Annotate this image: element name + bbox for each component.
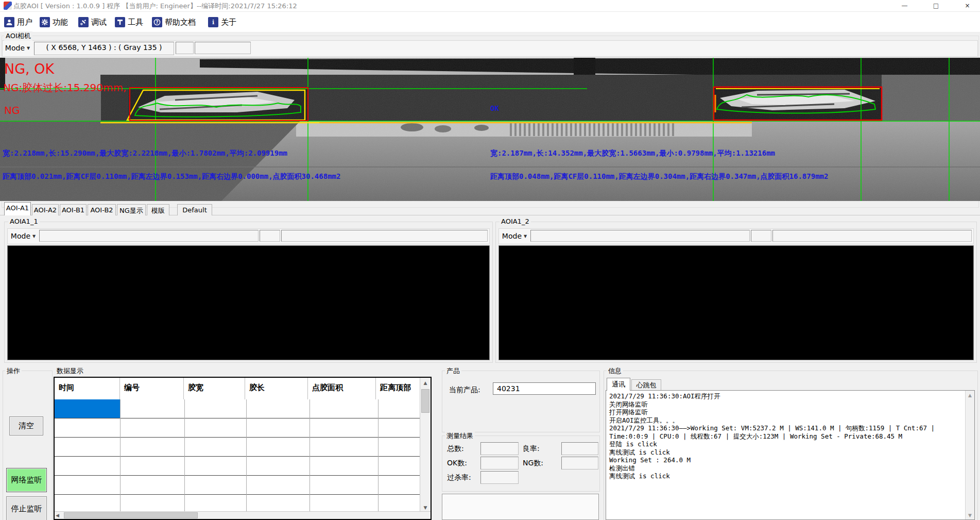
ok-count-field (480, 457, 519, 469)
toolbar-label: 调试 (91, 18, 107, 27)
camera-image-view[interactable]: NG, OK NG:胶体过长:15.290mm, NG OK 宽:2.218mm… (0, 58, 980, 201)
overkill-label: 过杀率: (447, 473, 471, 482)
toolbar-item-user[interactable]: 用户 (4, 15, 32, 29)
aoia1-1-image-panel[interactable] (7, 245, 490, 360)
column-header-top-dist[interactable]: 距离顶部 (376, 378, 419, 399)
column-divider (310, 399, 310, 512)
comm-log-panel[interactable]: 2021/7/29 11:36:30:AOI程序打开 关闭网络监听 打开网络监听… (606, 390, 975, 520)
aoia1-1-field-1 (39, 230, 259, 242)
mode-label: Mode (11, 232, 30, 240)
camera-group-label: AOI相机 (4, 31, 32, 41)
aoia1-2-field-1 (530, 230, 750, 242)
mode-label: Mode (5, 44, 25, 52)
column-header-time[interactable]: 时间 (55, 378, 120, 399)
table-vscrollbar[interactable]: ▲ ▼ (420, 378, 431, 512)
column-divider (120, 399, 121, 512)
aoia1-2-label: AOIA1_2 (500, 217, 531, 225)
aoia1-2-field-3 (772, 230, 972, 242)
tab-aoi-a2[interactable]: AOI-A2 (32, 204, 59, 215)
results-label: 测量结果 (445, 431, 475, 441)
column-header-length[interactable]: 胶长 (245, 378, 308, 399)
aoia1-2-image-panel[interactable] (498, 245, 974, 360)
app-icon (4, 2, 12, 10)
table-hscroll-thumb[interactable] (64, 512, 198, 518)
network-listen-button[interactable]: 网络监听 (6, 468, 47, 492)
ok-count-label: OK数: (447, 459, 467, 468)
tab-default[interactable]: Default (177, 204, 212, 215)
aoia1-1-mode-dropdown[interactable]: Mode ▼ (9, 230, 38, 242)
column-divider (378, 399, 379, 512)
table-vscroll-thumb[interactable] (421, 389, 429, 413)
log-lines: 2021/7/29 11:36:30:AOI程序打开 关闭网络监听 打开网络监听… (609, 392, 963, 480)
log-line: 打开网络监听 (609, 408, 963, 416)
yield-label: 良率: (523, 444, 540, 454)
gear-icon (40, 17, 50, 27)
toolbar-item-about[interactable]: i 关于 (208, 15, 236, 29)
toolbar-item-help[interactable]: ? 帮助文档 (152, 15, 196, 29)
selected-cell[interactable] (55, 399, 120, 418)
toolbar-item-tools[interactable]: 工具 (115, 15, 143, 29)
scroll-up-icon[interactable]: ▲ (966, 391, 974, 398)
chevron-down-icon: ▼ (32, 234, 36, 239)
current-product-field[interactable]: 40231 (493, 382, 596, 395)
log-line: 关闭网络监听 (609, 400, 963, 409)
scroll-down-icon[interactable]: ▼ (966, 513, 974, 518)
toolbar-item-debug[interactable]: 调试 (78, 15, 107, 29)
result-message-panel (442, 494, 599, 520)
scroll-down-icon[interactable]: ▼ (420, 505, 431, 510)
stop-listen-button[interactable]: 停止监听 (6, 496, 47, 520)
scroll-left-icon[interactable]: ◀ (56, 513, 59, 518)
aoia1-2-field-2 (751, 230, 771, 242)
aoia1-1-field-3 (281, 230, 488, 242)
toolbar-label: 关于 (221, 18, 236, 27)
scroll-up-icon[interactable]: ▲ (420, 378, 431, 385)
svg-text:i: i (212, 19, 214, 26)
column-header-area[interactable]: 点胶面积 (308, 378, 376, 399)
camera-coords-field: ( X 6568, Y 1463 ) : ( Gray 135 ) (34, 42, 174, 55)
log-line: 开启AOI监控工具。。。 (609, 416, 963, 425)
wrench-icon (78, 17, 89, 27)
mode-label: Mode (502, 232, 522, 240)
camera-mode-dropdown[interactable]: Mode ▼ (3, 42, 32, 54)
operation-label: 操作 (5, 366, 22, 376)
tab-comm[interactable]: 通讯 (607, 378, 630, 391)
total-value-field (480, 442, 519, 455)
tab-template[interactable]: 模版 (147, 204, 169, 215)
tab-aoi-b1[interactable]: AOI-B1 (60, 204, 87, 215)
data-table-body[interactable] (55, 399, 420, 512)
tab-aoi-a1[interactable]: AOI-A1 (4, 202, 31, 215)
user-icon (4, 17, 14, 27)
aoia1-2-mode-dropdown[interactable]: Mode ▼ (500, 230, 529, 242)
aoia1-1-label: AOIA1_1 (8, 217, 40, 225)
help-icon: ? (152, 17, 162, 27)
column-header-width[interactable]: 胶宽 (184, 378, 245, 399)
log-line: Working Set : 264.0 M (609, 456, 963, 464)
maximize-button[interactable]: □ (924, 0, 948, 11)
current-product-label: 当前产品: (449, 385, 480, 395)
toolbar-label: 帮助文档 (165, 18, 196, 27)
aoia1-1-field-2 (260, 230, 280, 242)
tab-ng-display[interactable]: NG显示 (117, 204, 146, 215)
minimize-button[interactable]: — (893, 0, 916, 11)
tab-heartbeat[interactable]: 心跳包 (631, 379, 661, 391)
close-button[interactable]: × (956, 0, 979, 11)
chevron-down-icon: ▼ (27, 46, 30, 51)
clear-button[interactable]: 清空 (9, 416, 43, 435)
product-groupbox (442, 371, 600, 432)
data-table[interactable]: 时间 编号 胶宽 胶长 点胶面积 距离顶部 ▲ ▼ ◀ (54, 377, 432, 520)
camera-field-small (176, 42, 194, 54)
log-line: 检测出错 (609, 464, 963, 473)
log-line: 离线测试 is click (609, 472, 963, 480)
camera-image (0, 58, 980, 201)
log-line: 2021/7/29 11:36:30——>Working Set: VM:523… (609, 424, 963, 432)
about-icon: i (208, 17, 218, 27)
chevron-down-icon: ▼ (524, 234, 527, 239)
log-vscrollbar[interactable]: ▲ ▼ (965, 391, 974, 519)
table-hscrollbar[interactable]: ◀ (55, 511, 431, 519)
window-title: 点胶AOI [ Version : 1.0.0.9 ] 程序 【当前用户: En… (13, 2, 297, 11)
data-table-label: 数据显示 (55, 366, 85, 376)
column-header-id[interactable]: 编号 (120, 378, 184, 399)
main-toolbar: 用户 功能 调试 工具 ? 帮助文档 i 关于 (0, 12, 980, 32)
toolbar-item-function[interactable]: 功能 (40, 15, 68, 29)
tab-aoi-b2[interactable]: AOI-B2 (88, 204, 116, 215)
